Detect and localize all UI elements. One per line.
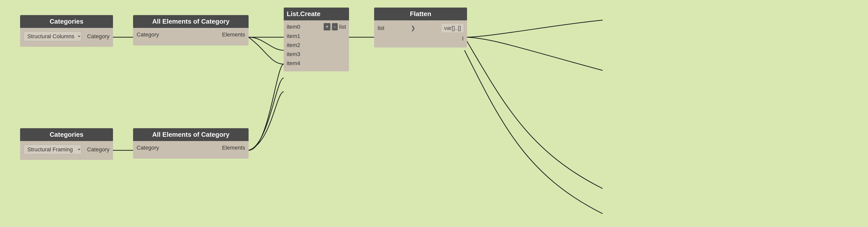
all-elements-bottom-header: All Elements of Category (133, 128, 249, 141)
categories-node-top: Categories Structural Columns Structural… (20, 15, 113, 47)
all-elements-node-bottom: All Elements of Category Category Elemen… (133, 128, 249, 159)
categories-bottom-port-label: Category (87, 146, 110, 153)
categories-top-port-label: Category (87, 33, 110, 40)
list-create-item1: item1 (287, 33, 300, 39)
flatten-list-port: list (378, 25, 384, 31)
categories-top-dropdown-row: Structural Columns Structural Framing Wa… (24, 31, 81, 41)
list-create-item3: item3 (287, 51, 300, 58)
flatten-l-port: l (462, 35, 464, 42)
list-create-node: List.Create item0 + - list item1 item2 i… (284, 7, 349, 72)
categories-bottom-dropdown-row: Structural Framing Structural Columns Wa… (24, 145, 81, 154)
all-elements-top-port-in: Category (136, 31, 159, 38)
all-elements-bottom-port-in: Category (136, 145, 159, 151)
categories-bottom-dropdown[interactable]: Structural Framing Structural Columns Wa… (24, 145, 81, 154)
canvas: Categories Structural Columns Structural… (0, 0, 868, 227)
all-elements-top-header: All Elements of Category (133, 15, 249, 28)
list-create-item0: item0 (287, 24, 300, 30)
flatten-var-output: var[]..[] (442, 24, 464, 32)
flatten-header: Flatten (374, 7, 467, 20)
categories-top-dropdown[interactable]: Structural Columns Structural Framing Wa… (24, 31, 81, 41)
flatten-arrow-icon: ❯ (411, 25, 415, 31)
list-create-list-port: list (339, 24, 346, 30)
all-elements-top-port-out: Elements (222, 31, 245, 38)
all-elements-bottom-port-out: Elements (222, 145, 245, 151)
list-create-item2: item2 (287, 42, 300, 49)
list-create-plus-button[interactable]: + (324, 23, 331, 30)
list-create-item4: item4 (287, 60, 300, 67)
list-create-title: List.Create (287, 10, 320, 18)
list-create-minus-button[interactable]: - (332, 23, 338, 30)
categories-bottom-header: Categories (20, 128, 113, 141)
flatten-node: Flatten list ❯ var[]..[] l (374, 7, 467, 48)
categories-node-bottom: Categories Structural Framing Structural… (20, 128, 113, 160)
categories-top-header: Categories (20, 15, 113, 28)
all-elements-node-top: All Elements of Category Category Elemen… (133, 15, 249, 46)
